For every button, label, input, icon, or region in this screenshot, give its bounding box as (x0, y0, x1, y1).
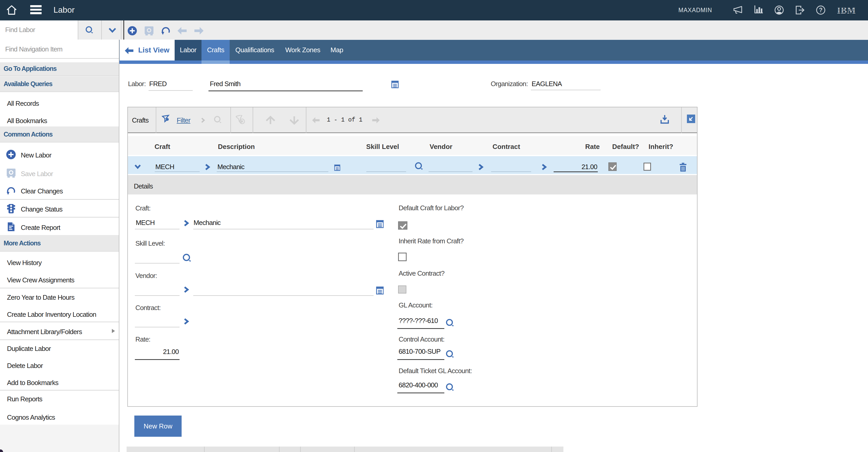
svg-text:?: ? (819, 7, 823, 13)
